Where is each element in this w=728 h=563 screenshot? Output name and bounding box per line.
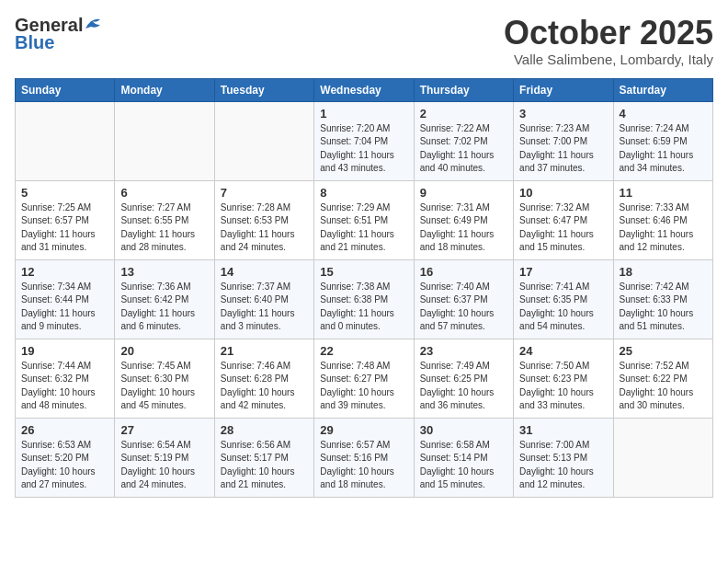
day-number: 30 <box>420 423 507 437</box>
day-number: 3 <box>519 107 607 121</box>
day-number: 19 <box>21 344 108 358</box>
day-content: Sunrise: 7:48 AM Sunset: 6:27 PM Dayligh… <box>320 360 407 413</box>
day-content: Sunrise: 7:24 AM Sunset: 6:59 PM Dayligh… <box>620 122 707 176</box>
calendar-cell: 28Sunrise: 6:56 AM Sunset: 5:17 PM Dayli… <box>214 418 313 497</box>
day-content: Sunrise: 6:56 AM Sunset: 5:17 PM Dayligh… <box>221 439 308 492</box>
day-content: Sunrise: 7:32 AM Sunset: 6:47 PM Dayligh… <box>519 201 607 255</box>
calendar-header-row: SundayMondayTuesdayWednesdayThursdayFrid… <box>16 78 713 101</box>
day-number: 29 <box>320 423 407 437</box>
day-number: 11 <box>620 186 707 200</box>
calendar-week-2: 5Sunrise: 7:25 AM Sunset: 6:57 PM Daylig… <box>16 180 713 259</box>
day-number: 15 <box>320 265 407 279</box>
day-content: Sunrise: 7:33 AM Sunset: 6:46 PM Dayligh… <box>620 201 707 255</box>
calendar-cell: 6Sunrise: 7:27 AM Sunset: 6:55 PM Daylig… <box>115 180 214 259</box>
calendar-week-5: 26Sunrise: 6:53 AM Sunset: 5:20 PM Dayli… <box>16 418 713 497</box>
day-content: Sunrise: 7:40 AM Sunset: 6:37 PM Dayligh… <box>420 281 507 334</box>
day-number: 17 <box>519 265 607 279</box>
day-number: 12 <box>21 265 108 279</box>
day-number: 18 <box>620 265 707 279</box>
day-number: 28 <box>221 423 308 437</box>
day-number: 10 <box>519 186 607 200</box>
day-content: Sunrise: 6:58 AM Sunset: 5:14 PM Dayligh… <box>420 439 507 492</box>
calendar-cell: 20Sunrise: 7:45 AM Sunset: 6:30 PM Dayli… <box>115 339 214 418</box>
calendar-cell: 12Sunrise: 7:34 AM Sunset: 6:44 PM Dayli… <box>16 259 115 339</box>
calendar-cell: 27Sunrise: 6:54 AM Sunset: 5:19 PM Dayli… <box>115 418 214 497</box>
month-title: October 2025 <box>504 15 713 52</box>
calendar-cell: 5Sunrise: 7:25 AM Sunset: 6:57 PM Daylig… <box>16 180 115 259</box>
day-content: Sunrise: 7:49 AM Sunset: 6:25 PM Dayligh… <box>420 360 507 413</box>
day-content: Sunrise: 7:36 AM Sunset: 6:42 PM Dayligh… <box>120 281 208 334</box>
day-content: Sunrise: 6:53 AM Sunset: 5:20 PM Dayligh… <box>21 439 108 492</box>
day-content: Sunrise: 7:42 AM Sunset: 6:33 PM Dayligh… <box>620 281 707 334</box>
calendar-cell <box>16 101 115 180</box>
calendar-cell: 2Sunrise: 7:22 AM Sunset: 7:02 PM Daylig… <box>414 101 513 180</box>
day-number: 8 <box>320 186 407 200</box>
calendar-cell: 22Sunrise: 7:48 AM Sunset: 6:27 PM Dayli… <box>314 339 414 418</box>
column-header-monday: Monday <box>115 78 214 101</box>
calendar-cell: 14Sunrise: 7:37 AM Sunset: 6:40 PM Dayli… <box>214 259 313 339</box>
day-content: Sunrise: 7:31 AM Sunset: 6:49 PM Dayligh… <box>420 201 507 255</box>
day-number: 14 <box>221 265 308 279</box>
title-block: October 2025 Valle Salimbene, Lombardy, … <box>504 15 713 67</box>
calendar-cell: 30Sunrise: 6:58 AM Sunset: 5:14 PM Dayli… <box>414 418 513 497</box>
calendar-cell: 24Sunrise: 7:50 AM Sunset: 6:23 PM Dayli… <box>514 339 613 418</box>
calendar-cell: 8Sunrise: 7:29 AM Sunset: 6:51 PM Daylig… <box>314 180 414 259</box>
day-number: 4 <box>620 107 707 121</box>
day-number: 22 <box>320 344 407 358</box>
calendar-week-3: 12Sunrise: 7:34 AM Sunset: 6:44 PM Dayli… <box>16 259 713 339</box>
calendar-cell: 25Sunrise: 7:52 AM Sunset: 6:22 PM Dayli… <box>613 339 712 418</box>
calendar-week-4: 19Sunrise: 7:44 AM Sunset: 6:32 PM Dayli… <box>16 339 713 418</box>
day-content: Sunrise: 7:50 AM Sunset: 6:23 PM Dayligh… <box>519 360 607 413</box>
column-header-sunday: Sunday <box>16 78 115 101</box>
day-number: 1 <box>320 107 407 121</box>
calendar-cell: 16Sunrise: 7:40 AM Sunset: 6:37 PM Dayli… <box>414 259 513 339</box>
calendar-cell: 18Sunrise: 7:42 AM Sunset: 6:33 PM Dayli… <box>613 259 712 339</box>
calendar-cell <box>115 101 214 180</box>
day-number: 16 <box>420 265 507 279</box>
day-content: Sunrise: 7:20 AM Sunset: 7:04 PM Dayligh… <box>320 122 407 176</box>
day-content: Sunrise: 7:38 AM Sunset: 6:38 PM Dayligh… <box>320 281 407 334</box>
day-number: 25 <box>620 344 707 358</box>
day-content: Sunrise: 6:54 AM Sunset: 5:19 PM Dayligh… <box>120 439 208 492</box>
calendar-cell: 1Sunrise: 7:20 AM Sunset: 7:04 PM Daylig… <box>314 101 414 180</box>
day-content: Sunrise: 7:37 AM Sunset: 6:40 PM Dayligh… <box>221 281 308 334</box>
day-content: Sunrise: 7:00 AM Sunset: 5:13 PM Dayligh… <box>519 439 607 492</box>
calendar-cell: 15Sunrise: 7:38 AM Sunset: 6:38 PM Dayli… <box>314 259 414 339</box>
day-content: Sunrise: 7:41 AM Sunset: 6:35 PM Dayligh… <box>519 281 607 334</box>
day-number: 24 <box>519 344 607 358</box>
calendar-cell: 29Sunrise: 6:57 AM Sunset: 5:16 PM Dayli… <box>314 418 414 497</box>
calendar-cell: 19Sunrise: 7:44 AM Sunset: 6:32 PM Dayli… <box>16 339 115 418</box>
day-number: 31 <box>519 423 607 437</box>
column-header-saturday: Saturday <box>613 78 712 101</box>
calendar-cell: 10Sunrise: 7:32 AM Sunset: 6:47 PM Dayli… <box>514 180 613 259</box>
calendar-cell <box>613 418 712 497</box>
logo-bird-icon <box>84 16 104 32</box>
day-number: 2 <box>420 107 507 121</box>
day-number: 5 <box>21 186 108 200</box>
calendar-cell: 31Sunrise: 7:00 AM Sunset: 5:13 PM Dayli… <box>514 418 613 497</box>
calendar-cell: 3Sunrise: 7:23 AM Sunset: 7:00 PM Daylig… <box>514 101 613 180</box>
calendar-cell: 9Sunrise: 7:31 AM Sunset: 6:49 PM Daylig… <box>414 180 513 259</box>
day-number: 26 <box>21 423 108 437</box>
day-number: 23 <box>420 344 507 358</box>
calendar-cell: 11Sunrise: 7:33 AM Sunset: 6:46 PM Dayli… <box>613 180 712 259</box>
day-content: Sunrise: 7:44 AM Sunset: 6:32 PM Dayligh… <box>21 360 108 413</box>
day-number: 21 <box>221 344 308 358</box>
day-content: Sunrise: 6:57 AM Sunset: 5:16 PM Dayligh… <box>320 439 407 492</box>
day-number: 13 <box>120 265 208 279</box>
day-content: Sunrise: 7:25 AM Sunset: 6:57 PM Dayligh… <box>21 201 108 255</box>
day-number: 7 <box>221 186 308 200</box>
day-number: 27 <box>120 423 208 437</box>
day-content: Sunrise: 7:23 AM Sunset: 7:00 PM Dayligh… <box>519 122 607 176</box>
calendar-cell: 26Sunrise: 6:53 AM Sunset: 5:20 PM Dayli… <box>16 418 115 497</box>
page-header: General Blue October 2025 Valle Salimben… <box>15 15 713 67</box>
day-number: 20 <box>120 344 208 358</box>
day-number: 9 <box>420 186 507 200</box>
day-content: Sunrise: 7:52 AM Sunset: 6:22 PM Dayligh… <box>620 360 707 413</box>
day-content: Sunrise: 7:28 AM Sunset: 6:53 PM Dayligh… <box>221 201 308 255</box>
logo-blue: Blue <box>15 32 54 53</box>
day-content: Sunrise: 7:29 AM Sunset: 6:51 PM Dayligh… <box>320 201 407 255</box>
day-content: Sunrise: 7:34 AM Sunset: 6:44 PM Dayligh… <box>21 281 108 334</box>
logo: General Blue <box>15 15 104 53</box>
calendar-cell: 4Sunrise: 7:24 AM Sunset: 6:59 PM Daylig… <box>613 101 712 180</box>
